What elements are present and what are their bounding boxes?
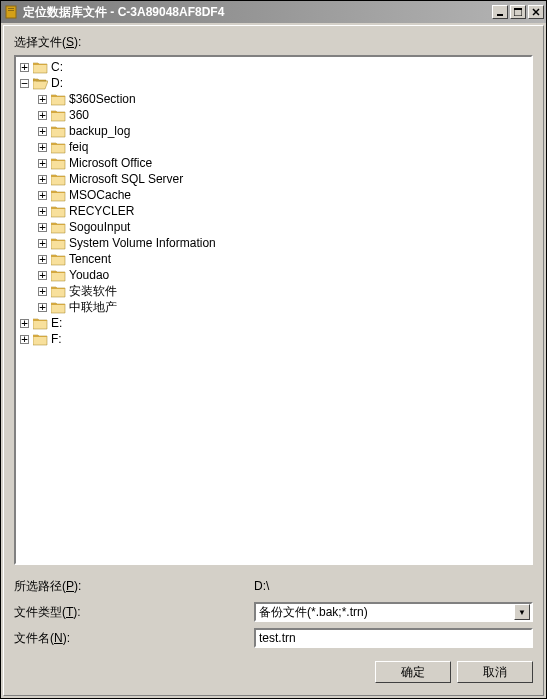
folder-closed-icon — [51, 269, 66, 282]
expand-icon[interactable]: + — [38, 111, 47, 120]
tree-item-label: Microsoft Office — [69, 155, 152, 171]
tree-item[interactable]: +MSOCache — [20, 187, 531, 203]
close-button[interactable] — [528, 5, 544, 19]
expand-icon[interactable]: + — [38, 271, 47, 280]
folder-closed-icon — [51, 141, 66, 154]
folder-closed-icon — [51, 189, 66, 202]
tree-item-label: Youdao — [69, 267, 109, 283]
folder-closed-icon — [51, 125, 66, 138]
expand-icon[interactable]: + — [38, 95, 47, 104]
svg-rect-0 — [6, 6, 16, 18]
minimize-button[interactable] — [492, 5, 508, 19]
tree-item-label: 360 — [69, 107, 89, 123]
expand-icon[interactable]: + — [38, 287, 47, 296]
expand-icon[interactable]: + — [38, 223, 47, 232]
tree-item-label: E: — [51, 315, 62, 331]
expand-icon[interactable]: + — [38, 255, 47, 264]
tree-item-label: C: — [51, 59, 63, 75]
tree-item[interactable]: +backup_log — [20, 123, 531, 139]
tree-item-label: $360Section — [69, 91, 136, 107]
tree-item-label: backup_log — [69, 123, 130, 139]
select-files-label: 选择文件(S): — [14, 34, 533, 51]
svg-rect-3 — [497, 14, 503, 16]
expand-icon[interactable]: + — [20, 335, 29, 344]
selected-path-label: 所选路径(P): — [14, 578, 254, 595]
expand-icon[interactable]: + — [38, 159, 47, 168]
tree-item[interactable]: +feiq — [20, 139, 531, 155]
tree-item-label: 安装软件 — [69, 283, 117, 299]
expand-icon[interactable]: + — [20, 63, 29, 72]
expand-icon[interactable]: + — [38, 127, 47, 136]
expand-icon[interactable]: + — [38, 175, 47, 184]
dropdown-arrow-icon: ▼ — [514, 604, 530, 620]
folder-closed-icon — [33, 333, 48, 346]
window-title: 定位数据库文件 - C-3A89048AF8DF4 — [23, 4, 490, 21]
tree-item[interactable]: +C: — [20, 59, 531, 75]
folder-closed-icon — [51, 285, 66, 298]
svg-rect-1 — [8, 8, 14, 9]
file-type-label: 文件类型(T): — [14, 604, 254, 621]
window-controls — [490, 5, 544, 19]
tree-item[interactable]: −D: — [20, 75, 531, 91]
collapse-icon[interactable]: − — [20, 79, 29, 88]
expand-icon[interactable]: + — [38, 191, 47, 200]
folder-closed-icon — [51, 173, 66, 186]
ok-button[interactable]: 确定 — [375, 661, 451, 683]
folder-closed-icon — [51, 205, 66, 218]
tree-item-label: System Volume Information — [69, 235, 216, 251]
folder-closed-icon — [33, 61, 48, 74]
folder-closed-icon — [51, 157, 66, 170]
tree-item[interactable]: +System Volume Information — [20, 235, 531, 251]
tree-item-label: MSOCache — [69, 187, 131, 203]
tree-item-label: RECYCLER — [69, 203, 134, 219]
folder-closed-icon — [51, 93, 66, 106]
expand-icon[interactable]: + — [20, 319, 29, 328]
folder-closed-icon — [33, 317, 48, 330]
file-type-value: 备份文件(*.bak;*.trn) — [259, 604, 368, 621]
folder-closed-icon — [51, 109, 66, 122]
folder-open-icon — [33, 77, 48, 90]
tree-item[interactable]: +F: — [20, 331, 531, 347]
tree-item[interactable]: +RECYCLER — [20, 203, 531, 219]
expand-icon[interactable]: + — [38, 143, 47, 152]
folder-closed-icon — [51, 253, 66, 266]
tree-item-label: feiq — [69, 139, 88, 155]
expand-icon[interactable]: + — [38, 303, 47, 312]
tree-item[interactable]: +中联地产 — [20, 299, 531, 315]
tree-item[interactable]: +安装软件 — [20, 283, 531, 299]
svg-rect-2 — [8, 10, 14, 11]
tree-item[interactable]: +360 — [20, 107, 531, 123]
bottom-form: 所选路径(P): D:\ 文件类型(T): 备份文件(*.bak;*.trn) … — [14, 575, 533, 687]
tree-item-label: SogouInput — [69, 219, 130, 235]
expand-icon[interactable]: + — [38, 207, 47, 216]
cancel-button[interactable]: 取消 — [457, 661, 533, 683]
tree-item[interactable]: +E: — [20, 315, 531, 331]
tree-item-label: F: — [51, 331, 62, 347]
file-tree[interactable]: +C:−D:+$360Section+360+backup_log+feiq+M… — [14, 55, 533, 565]
tree-item[interactable]: +Tencent — [20, 251, 531, 267]
svg-rect-5 — [514, 8, 522, 10]
tree-item[interactable]: +SogouInput — [20, 219, 531, 235]
client-area: 选择文件(S): +C:−D:+$360Section+360+backup_l… — [3, 25, 544, 696]
tree-item-label: D: — [51, 75, 63, 91]
file-name-input[interactable] — [254, 628, 533, 648]
titlebar: 定位数据库文件 - C-3A89048AF8DF4 — [1, 1, 546, 23]
tree-item-label: Microsoft SQL Server — [69, 171, 183, 187]
folder-closed-icon — [51, 221, 66, 234]
app-icon — [3, 4, 19, 20]
tree-item[interactable]: +$360Section — [20, 91, 531, 107]
maximize-button[interactable] — [510, 5, 526, 19]
folder-closed-icon — [51, 301, 66, 314]
tree-item[interactable]: +Microsoft Office — [20, 155, 531, 171]
folder-closed-icon — [51, 237, 66, 250]
file-name-label: 文件名(N): — [14, 630, 254, 647]
selected-path-value: D:\ — [254, 579, 533, 593]
dialog-window: 定位数据库文件 - C-3A89048AF8DF4 选择文件(S): +C:−D… — [0, 0, 547, 699]
expand-icon[interactable]: + — [38, 239, 47, 248]
tree-item[interactable]: +Youdao — [20, 267, 531, 283]
file-type-select[interactable]: 备份文件(*.bak;*.trn) ▼ — [254, 602, 533, 622]
tree-item[interactable]: +Microsoft SQL Server — [20, 171, 531, 187]
tree-item-label: 中联地产 — [69, 299, 117, 315]
tree-item-label: Tencent — [69, 251, 111, 267]
